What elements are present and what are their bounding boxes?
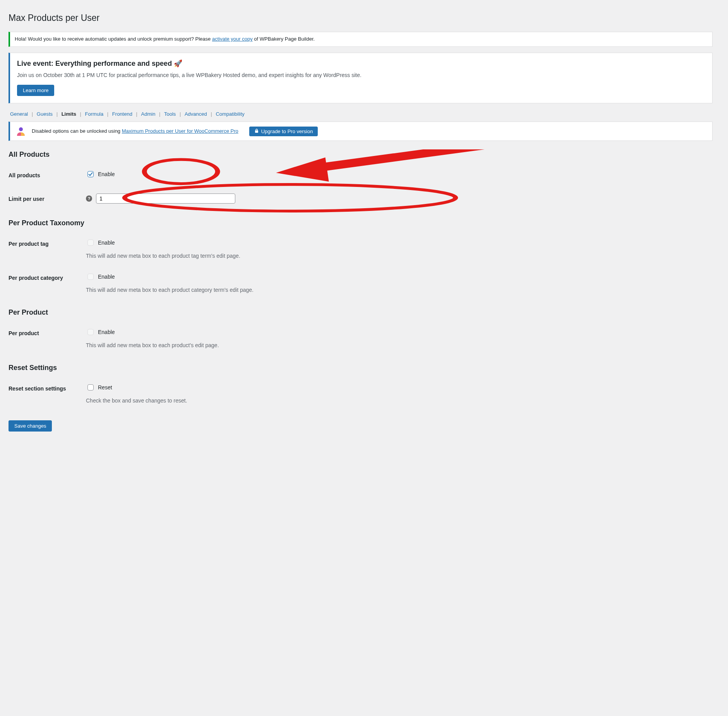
- label-per-product-tag: Per product tag: [9, 232, 86, 266]
- section-all-products: All Products: [9, 149, 713, 160]
- tab-limits[interactable]: Limits: [60, 111, 78, 117]
- tab-tools[interactable]: Tools: [163, 111, 177, 117]
- per-cat-enable-field: Enable: [86, 272, 115, 281]
- learn-more-button[interactable]: Learn more: [17, 85, 54, 96]
- upgrade-pro-button[interactable]: Upgrade to Pro version: [249, 127, 318, 136]
- upgrade-pro-label: Upgrade to Pro version: [261, 128, 313, 134]
- all-products-enable-checkbox[interactable]: [87, 171, 94, 177]
- tab-separator: |: [55, 111, 59, 117]
- settings-tabs: General | Guests | Limits | Formula | Fr…: [9, 110, 713, 118]
- reset-checkbox[interactable]: [87, 384, 94, 391]
- all-products-enable-text: Enable: [98, 170, 115, 178]
- reset-description: Check the box and save changes to reset.: [86, 397, 709, 405]
- tab-advanced[interactable]: Advanced: [183, 111, 209, 117]
- activate-copy-link[interactable]: activate your copy: [212, 36, 253, 42]
- section-per-taxonomy: Per Product Taxonomy: [9, 218, 713, 228]
- tab-general[interactable]: General: [9, 111, 29, 117]
- limit-per-user-input[interactable]: [96, 194, 235, 204]
- tab-admin[interactable]: Admin: [140, 111, 157, 117]
- tab-separator: |: [30, 111, 34, 117]
- pro-plugin-link[interactable]: Maximum Products per User for WooCommerc…: [122, 128, 238, 134]
- per-tag-enable-checkbox: [87, 240, 94, 246]
- per-cat-enable-text: Enable: [98, 273, 115, 281]
- svg-rect-1: [255, 130, 258, 133]
- live-event-title: Live event: Everything performance and s…: [17, 60, 172, 67]
- pro-plugin-icon: [15, 126, 26, 137]
- page-title: Max Products per User: [9, 8, 713, 26]
- per-product-enable-text: Enable: [98, 328, 115, 336]
- section-reset: Reset Settings: [9, 363, 713, 373]
- label-reset-section: Reset section settings: [9, 377, 86, 411]
- reset-field[interactable]: Reset: [86, 383, 112, 392]
- tab-separator: |: [158, 111, 162, 117]
- tab-separator: |: [209, 111, 214, 117]
- per-cat-enable-checkbox: [87, 274, 94, 280]
- per-tag-enable-field: Enable: [86, 238, 115, 247]
- label-limit-per-user: Limit per user: [9, 187, 86, 211]
- per-cat-description: This will add new meta box to each produ…: [86, 286, 709, 294]
- label-per-product-category: Per product category: [9, 266, 86, 300]
- reset-text: Reset: [98, 384, 112, 392]
- label-all-products: All products: [9, 164, 86, 187]
- svg-point-0: [19, 127, 23, 131]
- save-changes-button[interactable]: Save changes: [9, 420, 52, 432]
- tab-formula[interactable]: Formula: [84, 111, 105, 117]
- section-per-product: Per Product: [9, 307, 713, 318]
- per-tag-description: This will add new meta box to each produ…: [86, 252, 709, 260]
- live-event-body: Join us on October 30th at 1 PM UTC for …: [17, 71, 705, 79]
- activation-notice-suffix: of WPBakery Page Builder.: [254, 36, 315, 42]
- per-product-enable-checkbox: [87, 329, 94, 335]
- tab-compatibility[interactable]: Compatibility: [214, 111, 246, 117]
- per-product-description: This will add new meta box to each produ…: [86, 341, 709, 349]
- per-product-enable-field: Enable: [86, 328, 115, 336]
- lock-icon: [254, 128, 259, 134]
- tab-guests[interactable]: Guests: [35, 111, 54, 117]
- help-icon[interactable]: ?: [86, 195, 92, 202]
- pro-unlock-bar: Disabled options can be unlocked using M…: [9, 122, 713, 141]
- per-tag-enable-text: Enable: [98, 239, 115, 247]
- tab-separator: |: [106, 111, 110, 117]
- activation-notice: Hola! Would you like to receive automati…: [9, 32, 713, 47]
- live-event-notice: Live event: Everything performance and s…: [9, 53, 713, 103]
- rocket-icon: 🚀: [174, 60, 182, 67]
- pro-message-prefix: Disabled options can be unlocked using: [32, 128, 122, 134]
- tab-frontend[interactable]: Frontend: [111, 111, 134, 117]
- activation-notice-prefix: Hola! Would you like to receive automati…: [15, 36, 212, 42]
- label-per-product: Per product: [9, 322, 86, 356]
- all-products-enable-field[interactable]: Enable: [86, 170, 115, 178]
- tab-separator: |: [178, 111, 182, 117]
- tab-separator: |: [79, 111, 83, 117]
- tab-separator: |: [135, 111, 139, 117]
